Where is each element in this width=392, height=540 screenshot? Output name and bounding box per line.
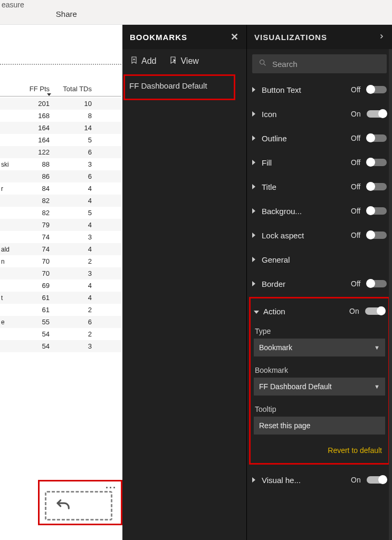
table-row[interactable]: 703 <box>0 267 121 279</box>
toggle[interactable] <box>367 110 387 118</box>
table-row[interactable]: 1645 <box>0 134 121 146</box>
format-icon[interactable]: Icon On <box>252 102 387 126</box>
toggle[interactable] <box>367 476 387 484</box>
format-title[interactable]: Title Off <box>252 175 387 199</box>
chevron-right-icon[interactable] <box>252 159 262 167</box>
format-label: Action <box>263 307 349 316</box>
table-row[interactable]: 612 <box>0 304 121 316</box>
toggle-state: Off <box>351 182 367 191</box>
toggle[interactable] <box>367 86 387 93</box>
search-input[interactable] <box>272 60 380 69</box>
table-row[interactable]: 20110 <box>0 98 121 110</box>
format-outline[interactable]: Outline Off <box>252 126 387 150</box>
chevron-right-icon[interactable] <box>252 476 262 484</box>
toggle[interactable] <box>367 159 387 166</box>
format-border[interactable]: Border Off <box>252 272 387 296</box>
format-label: Visual he... <box>262 476 351 485</box>
format-background[interactable]: Backgrou... Off <box>252 199 387 223</box>
table-row[interactable]: n702 <box>0 255 121 267</box>
svg-point-0 <box>260 60 264 64</box>
table-row[interactable]: e556 <box>0 316 121 328</box>
action-type-dropdown[interactable]: Bookmark ▼ <box>254 339 385 356</box>
action-type-label: Type <box>255 327 384 335</box>
cell-totaltds: 2 <box>53 257 95 265</box>
bookmark-add-label: Add <box>141 56 156 66</box>
cell-ffpts: 164 <box>16 136 53 144</box>
table-row[interactable]: 1226 <box>0 146 121 158</box>
table-row[interactable]: 694 <box>0 279 121 292</box>
scrollbar[interactable] <box>389 49 392 540</box>
cell-totaltds: 10 <box>53 100 95 108</box>
search-box[interactable] <box>252 54 387 73</box>
cell-totaltds: 3 <box>53 269 95 277</box>
chevron-right-icon[interactable] <box>252 256 262 264</box>
bookmark-add-button[interactable]: Add <box>130 55 156 67</box>
toggle[interactable] <box>365 307 385 315</box>
format-button-text[interactable]: Button Text Off <box>252 78 387 102</box>
cell-ffpts: 88 <box>16 160 53 168</box>
reset-button-highlight: ··· <box>38 480 122 525</box>
table-row[interactable]: 1688 <box>0 110 121 122</box>
format-action[interactable]: Action On <box>254 300 385 323</box>
chevron-right-icon[interactable] <box>252 110 262 118</box>
table-row[interactable]: 16414 <box>0 122 121 134</box>
reset-button-visual[interactable] <box>45 491 112 520</box>
toggle[interactable] <box>367 232 387 239</box>
table-row[interactable]: 543 <box>0 340 121 352</box>
action-tooltip-input[interactable] <box>259 421 380 430</box>
chevron-down-icon: ▼ <box>374 344 380 351</box>
toggle[interactable] <box>367 207 387 215</box>
table-row[interactable]: 866 <box>0 170 121 182</box>
cell-ffpts: 86 <box>16 172 53 180</box>
toggle[interactable] <box>367 134 387 142</box>
cell-totaltds: 6 <box>53 318 95 326</box>
table-row[interactable]: 743 <box>0 231 121 243</box>
cell-totaltds: 14 <box>53 124 95 132</box>
format-fill[interactable]: Fill Off <box>252 150 387 175</box>
chevron-down-icon[interactable] <box>254 307 263 315</box>
canvas-divider <box>0 64 121 65</box>
format-visual-header[interactable]: Visual he... On <box>252 468 387 492</box>
chevron-right-icon[interactable] <box>252 280 262 288</box>
action-bookmark-dropdown[interactable]: FF Dashboard Default ▼ <box>254 378 385 396</box>
table-row[interactable]: 794 <box>0 219 121 231</box>
revert-to-default[interactable]: Revert to default <box>254 446 382 455</box>
table-row[interactable]: t614 <box>0 292 121 304</box>
toggle[interactable] <box>367 183 387 190</box>
toggle-state: On <box>351 476 367 484</box>
format-label: Lock aspect <box>262 231 351 240</box>
cell-totaltds: 5 <box>53 136 95 144</box>
cell-ffpts: 69 <box>16 282 53 290</box>
chevron-right-icon[interactable] <box>252 232 262 239</box>
format-label: Title <box>262 182 351 191</box>
chevron-right-icon[interactable] <box>378 33 385 42</box>
table-row[interactable]: 825 <box>0 207 121 219</box>
close-icon[interactable]: ✕ <box>231 31 239 43</box>
table-header-ffpts[interactable]: FF Pts <box>0 85 53 93</box>
toggle[interactable] <box>367 280 387 287</box>
table-row[interactable]: r844 <box>0 182 121 195</box>
table-row[interactable]: 824 <box>0 195 121 207</box>
bookmark-item[interactable]: FF Dashboard Default <box>129 81 230 90</box>
table-row[interactable]: ald744 <box>0 243 121 255</box>
chevron-right-icon[interactable] <box>252 183 262 191</box>
table-row[interactable]: 542 <box>0 328 121 340</box>
format-general[interactable]: General <box>252 247 387 272</box>
cell-totaltds: 4 <box>53 221 95 229</box>
cell-ffpts: 164 <box>16 124 53 132</box>
cell-totaltds: 3 <box>53 342 95 350</box>
format-lock-aspect[interactable]: Lock aspect Off <box>252 223 387 247</box>
ribbon: easure Share <box>0 0 392 25</box>
format-list: Button Text Off Icon On Outline Off Fill… <box>247 78 392 296</box>
table-header-totaltds[interactable]: Total TDs <box>53 85 95 93</box>
table-row[interactable]: ski883 <box>0 158 121 170</box>
chevron-right-icon[interactable] <box>252 207 262 215</box>
cell-ffpts: 55 <box>16 318 53 326</box>
cell-ffpts: 122 <box>16 148 53 156</box>
share-button[interactable]: Share <box>56 9 77 18</box>
chevron-right-icon[interactable] <box>252 86 262 94</box>
cell-ffpts: 168 <box>16 112 53 120</box>
action-tooltip-input-wrap[interactable] <box>254 417 385 435</box>
chevron-right-icon[interactable] <box>252 134 262 142</box>
bookmark-view-button[interactable]: View <box>169 55 198 67</box>
